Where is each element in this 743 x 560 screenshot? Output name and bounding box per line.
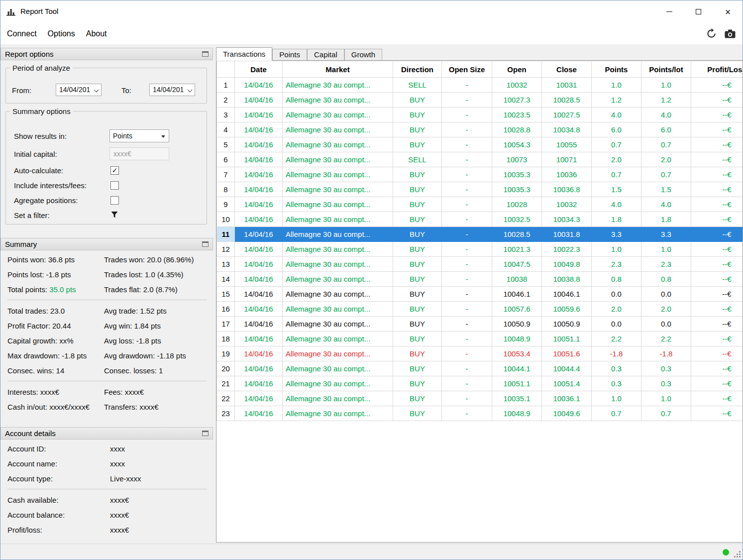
cell-market[interactable]: Allemagne 30 au compt... — [283, 272, 393, 287]
transaction-row-19[interactable]: 1914/04/16Allemagne 30 au compt...BUY-10… — [217, 346, 743, 361]
cell-close[interactable]: 10059.6 — [542, 302, 592, 317]
cell-date[interactable]: 14/04/16 — [235, 182, 283, 197]
cell-osize[interactable]: - — [442, 182, 492, 197]
cell-rownum[interactable]: 20 — [217, 361, 235, 376]
float-window-icon[interactable] — [202, 241, 209, 247]
cell-rownum[interactable]: 8 — [217, 182, 235, 197]
cell-osize[interactable]: - — [442, 257, 492, 272]
title-bar[interactable]: Report Tool × — [0, 0, 743, 23]
cell-date[interactable]: 14/04/16 — [235, 361, 283, 376]
cell-pl[interactable]: --€ — [691, 346, 743, 361]
cell-rownum[interactable]: 12 — [217, 242, 235, 257]
cell-pl[interactable]: --€ — [691, 122, 743, 137]
transaction-row-12[interactable]: 1214/04/16Allemagne 30 au compt...BUY-10… — [217, 242, 743, 257]
from-date-combobox[interactable]: 14/04/201 — [56, 84, 102, 96]
cell-pl[interactable]: --€ — [691, 78, 743, 93]
cell-close[interactable]: 10051.1 — [542, 332, 592, 346]
cell-open[interactable]: 10053.4 — [492, 346, 542, 361]
cell-rownum[interactable]: 23 — [217, 406, 235, 421]
cell-rownum[interactable]: 11 — [217, 227, 235, 242]
report-options-header[interactable]: Report options — [0, 48, 213, 60]
cell-osize[interactable]: - — [442, 376, 492, 391]
cell-osize[interactable]: - — [442, 317, 492, 332]
cell-osize[interactable]: - — [442, 108, 492, 122]
cell-open[interactable]: 10047.5 — [492, 257, 542, 272]
cell-plot[interactable]: 1.0 — [641, 242, 691, 257]
tab-points[interactable]: Points — [272, 49, 307, 60]
menu-item-connect[interactable]: Connect — [1, 25, 42, 43]
cell-rownum[interactable]: 2 — [217, 93, 235, 108]
cell-points[interactable]: 4.0 — [592, 197, 641, 212]
cell-osize[interactable]: - — [442, 122, 492, 137]
transaction-row-14[interactable]: 1414/04/16Allemagne 30 au compt...BUY-10… — [217, 272, 743, 287]
cell-market[interactable]: Allemagne 30 au compt... — [283, 182, 393, 197]
cell-direction[interactable]: BUY — [393, 376, 442, 391]
cell-plot[interactable]: 0.3 — [641, 376, 691, 391]
cell-date[interactable]: 14/04/16 — [235, 391, 283, 406]
tab-growth[interactable]: Growth — [344, 49, 382, 60]
cell-direction[interactable]: BUY — [393, 346, 442, 361]
cell-plot[interactable]: 0.7 — [641, 167, 691, 182]
cell-direction[interactable]: BUY — [393, 257, 442, 272]
cell-rownum[interactable]: 5 — [217, 137, 235, 152]
float-window-icon[interactable] — [202, 431, 209, 436]
cell-direction[interactable]: BUY — [393, 361, 442, 376]
cell-rownum[interactable]: 16 — [217, 302, 235, 317]
cell-rownum[interactable]: 7 — [217, 167, 235, 182]
cell-market[interactable]: Allemagne 30 au compt... — [283, 212, 393, 227]
cell-plot[interactable]: 0.7 — [641, 137, 691, 152]
transaction-row-2[interactable]: 214/04/16Allemagne 30 au compt...BUY-100… — [217, 93, 743, 108]
include-fees-checkbox[interactable] — [110, 181, 119, 190]
cell-pl[interactable]: --€ — [691, 108, 743, 122]
cell-osize[interactable]: - — [442, 287, 492, 302]
cell-osize[interactable]: - — [442, 167, 492, 182]
cell-pl[interactable]: --€ — [691, 361, 743, 376]
cell-date[interactable]: 14/04/16 — [235, 332, 283, 346]
cell-date[interactable]: 14/04/16 — [235, 272, 283, 287]
cell-market[interactable]: Allemagne 30 au compt... — [283, 152, 393, 167]
cell-osize[interactable]: - — [442, 406, 492, 421]
cell-rownum[interactable]: 14 — [217, 272, 235, 287]
cell-direction[interactable]: BUY — [393, 227, 442, 242]
cell-pl[interactable]: --€ — [691, 272, 743, 287]
menu-item-about[interactable]: About — [81, 25, 112, 43]
cell-open[interactable]: 10032 — [492, 78, 542, 93]
cell-close[interactable]: 10028.5 — [542, 93, 592, 108]
cell-plot[interactable]: 0.3 — [641, 361, 691, 376]
cell-plot[interactable]: 0.0 — [641, 317, 691, 332]
cell-osize[interactable]: - — [442, 361, 492, 376]
cell-plot[interactable]: 2.0 — [641, 152, 691, 167]
cell-close[interactable]: 10050.9 — [542, 317, 592, 332]
cell-points[interactable]: 0.7 — [592, 167, 641, 182]
cell-close[interactable]: 10046.1 — [542, 287, 592, 302]
transaction-row-23[interactable]: 2314/04/16Allemagne 30 au compt...BUY-10… — [217, 406, 743, 421]
cell-open[interactable]: 10044.1 — [492, 361, 542, 376]
cell-osize[interactable]: - — [442, 212, 492, 227]
transaction-row-4[interactable]: 414/04/16Allemagne 30 au compt...BUY-100… — [217, 122, 743, 137]
cell-plot[interactable]: 4.0 — [641, 108, 691, 122]
column-header-osize[interactable]: Open Size — [442, 61, 492, 78]
cell-close[interactable]: 10036.8 — [542, 182, 592, 197]
size-grip[interactable] — [734, 551, 741, 558]
cell-close[interactable]: 10044.4 — [542, 361, 592, 376]
cell-market[interactable]: Allemagne 30 au compt... — [283, 361, 393, 376]
cell-close[interactable]: 10027.5 — [542, 108, 592, 122]
cell-date[interactable]: 14/04/16 — [235, 167, 283, 182]
cell-open[interactable]: 10021.3 — [492, 242, 542, 257]
cell-direction[interactable]: BUY — [393, 108, 442, 122]
transaction-row-7[interactable]: 714/04/16Allemagne 30 au compt...BUY-100… — [217, 167, 743, 182]
cell-open[interactable]: 10035.3 — [492, 167, 542, 182]
cell-direction[interactable]: BUY — [393, 137, 442, 152]
cell-pl[interactable]: --€ — [691, 197, 743, 212]
cell-pl[interactable]: --€ — [691, 257, 743, 272]
show-results-combobox[interactable]: Points — [109, 129, 169, 142]
cell-close[interactable]: 10036 — [542, 167, 592, 182]
cell-plot[interactable]: 1.5 — [641, 182, 691, 197]
cell-market[interactable]: Allemagne 30 au compt... — [283, 406, 393, 421]
cell-close[interactable]: 10032 — [542, 197, 592, 212]
cell-market[interactable]: Allemagne 30 au compt... — [283, 317, 393, 332]
cell-date[interactable]: 14/04/16 — [235, 227, 283, 242]
cell-pl[interactable]: --€ — [691, 332, 743, 346]
cell-close[interactable]: 10051.6 — [542, 346, 592, 361]
cell-plot[interactable]: 0.0 — [641, 287, 691, 302]
